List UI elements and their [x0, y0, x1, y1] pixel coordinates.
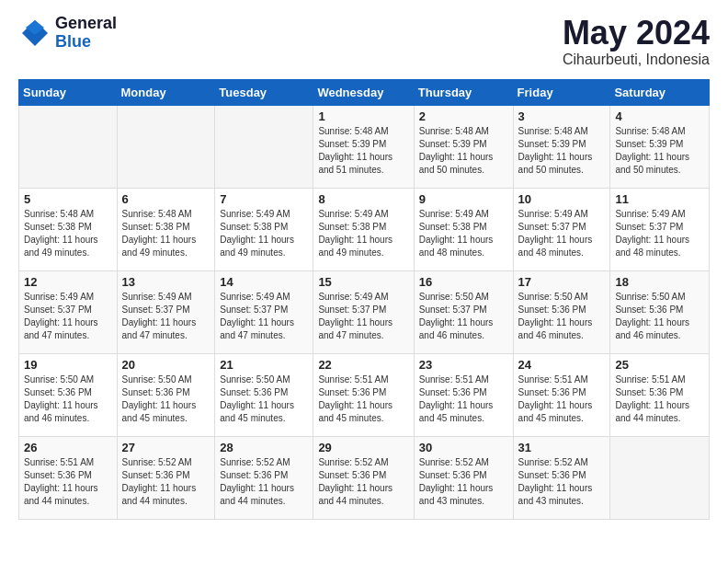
logo-general-text: General — [55, 15, 117, 33]
calendar-cell: 8Sunrise: 5:49 AM Sunset: 5:38 PM Daylig… — [313, 188, 414, 270]
day-info: Sunrise: 5:48 AM Sunset: 5:39 PM Dayligh… — [318, 125, 408, 177]
calendar-cell: 13Sunrise: 5:49 AM Sunset: 5:37 PM Dayli… — [117, 270, 215, 353]
day-number: 11 — [615, 192, 704, 206]
calendar-cell: 1Sunrise: 5:48 AM Sunset: 5:39 PM Daylig… — [313, 105, 414, 188]
logo-blue-text: Blue — [55, 33, 117, 52]
calendar-cell: 4Sunrise: 5:48 AM Sunset: 5:39 PM Daylig… — [610, 105, 710, 188]
day-info: Sunrise: 5:49 AM Sunset: 5:37 PM Dayligh… — [220, 291, 308, 342]
day-info: Sunrise: 5:50 AM Sunset: 5:36 PM Dayligh… — [518, 291, 606, 342]
calendar-cell: 24Sunrise: 5:51 AM Sunset: 5:36 PM Dayli… — [513, 353, 610, 436]
day-info: Sunrise: 5:52 AM Sunset: 5:36 PM Dayligh… — [220, 456, 308, 508]
day-info: Sunrise: 5:49 AM Sunset: 5:37 PM Dayligh… — [24, 291, 112, 342]
calendar-header-row: Sunday Monday Tuesday Wednesday Thursday… — [19, 79, 710, 105]
day-number: 6 — [122, 192, 210, 206]
calendar-week-3: 19Sunrise: 5:50 AM Sunset: 5:36 PM Dayli… — [19, 353, 710, 436]
day-info: Sunrise: 5:51 AM Sunset: 5:36 PM Dayligh… — [419, 373, 508, 425]
calendar-cell: 18Sunrise: 5:50 AM Sunset: 5:36 PM Dayli… — [610, 270, 710, 353]
day-number: 19 — [24, 358, 112, 372]
day-number: 28 — [220, 441, 308, 454]
logo-icon — [18, 17, 51, 50]
page: General Blue May 2024 Cihaurbeuti, Indon… — [0, 0, 728, 534]
col-sunday: Sunday — [19, 79, 118, 105]
day-number: 27 — [122, 441, 210, 454]
calendar-cell: 14Sunrise: 5:49 AM Sunset: 5:37 PM Dayli… — [215, 270, 313, 353]
day-info: Sunrise: 5:49 AM Sunset: 5:37 PM Dayligh… — [615, 208, 704, 259]
day-info: Sunrise: 5:51 AM Sunset: 5:36 PM Dayligh… — [518, 373, 606, 425]
title-block: May 2024 Cihaurbeuti, Indonesia — [563, 15, 710, 68]
day-info: Sunrise: 5:48 AM Sunset: 5:39 PM Dayligh… — [615, 125, 704, 177]
calendar-cell: 22Sunrise: 5:51 AM Sunset: 5:36 PM Dayli… — [313, 353, 414, 436]
day-info: Sunrise: 5:49 AM Sunset: 5:37 PM Dayligh… — [518, 208, 606, 259]
day-info: Sunrise: 5:48 AM Sunset: 5:38 PM Dayligh… — [24, 208, 112, 259]
calendar-cell: 16Sunrise: 5:50 AM Sunset: 5:37 PM Dayli… — [414, 270, 513, 353]
calendar-cell: 25Sunrise: 5:51 AM Sunset: 5:36 PM Dayli… — [610, 353, 710, 436]
day-number: 14 — [220, 275, 308, 289]
calendar-cell: 21Sunrise: 5:50 AM Sunset: 5:36 PM Dayli… — [215, 353, 313, 436]
calendar-cell: 29Sunrise: 5:52 AM Sunset: 5:36 PM Dayli… — [313, 436, 414, 519]
day-number: 20 — [122, 358, 210, 372]
calendar-cell — [117, 105, 215, 188]
calendar-week-2: 12Sunrise: 5:49 AM Sunset: 5:37 PM Dayli… — [19, 270, 710, 353]
day-info: Sunrise: 5:48 AM Sunset: 5:39 PM Dayligh… — [518, 125, 606, 177]
col-friday: Friday — [513, 79, 610, 105]
day-info: Sunrise: 5:52 AM Sunset: 5:36 PM Dayligh… — [518, 456, 606, 508]
day-info: Sunrise: 5:51 AM Sunset: 5:36 PM Dayligh… — [615, 373, 704, 425]
day-number: 2 — [419, 109, 508, 123]
day-number: 22 — [318, 358, 408, 372]
day-number: 25 — [615, 358, 704, 372]
month-year: May 2024 — [563, 15, 710, 52]
calendar-cell: 9Sunrise: 5:49 AM Sunset: 5:38 PM Daylig… — [414, 188, 513, 270]
col-saturday: Saturday — [610, 79, 710, 105]
calendar-cell: 28Sunrise: 5:52 AM Sunset: 5:36 PM Dayli… — [215, 436, 313, 519]
calendar-cell: 10Sunrise: 5:49 AM Sunset: 5:37 PM Dayli… — [513, 188, 610, 270]
location: Cihaurbeuti, Indonesia — [563, 52, 710, 68]
calendar-cell: 5Sunrise: 5:48 AM Sunset: 5:38 PM Daylig… — [19, 188, 118, 270]
day-info: Sunrise: 5:51 AM Sunset: 5:36 PM Dayligh… — [318, 373, 408, 425]
calendar-cell — [19, 105, 118, 188]
calendar-cell: 26Sunrise: 5:51 AM Sunset: 5:36 PM Dayli… — [19, 436, 118, 519]
calendar-cell: 30Sunrise: 5:52 AM Sunset: 5:36 PM Dayli… — [414, 436, 513, 519]
day-number: 21 — [220, 358, 308, 372]
day-number: 1 — [318, 109, 408, 123]
calendar-cell: 15Sunrise: 5:49 AM Sunset: 5:37 PM Dayli… — [313, 270, 414, 353]
day-info: Sunrise: 5:49 AM Sunset: 5:38 PM Dayligh… — [318, 208, 408, 259]
calendar-cell: 19Sunrise: 5:50 AM Sunset: 5:36 PM Dayli… — [19, 353, 118, 436]
calendar-cell: 17Sunrise: 5:50 AM Sunset: 5:36 PM Dayli… — [513, 270, 610, 353]
day-info: Sunrise: 5:49 AM Sunset: 5:37 PM Dayligh… — [122, 291, 210, 342]
calendar-table: Sunday Monday Tuesday Wednesday Thursday… — [18, 79, 710, 520]
day-number: 8 — [318, 192, 408, 206]
calendar-cell — [215, 105, 313, 188]
calendar-week-1: 5Sunrise: 5:48 AM Sunset: 5:38 PM Daylig… — [19, 188, 710, 270]
header: General Blue May 2024 Cihaurbeuti, Indon… — [18, 15, 710, 68]
day-number: 5 — [24, 192, 112, 206]
day-info: Sunrise: 5:51 AM Sunset: 5:36 PM Dayligh… — [24, 456, 112, 508]
day-info: Sunrise: 5:50 AM Sunset: 5:36 PM Dayligh… — [122, 373, 210, 425]
calendar-cell: 6Sunrise: 5:48 AM Sunset: 5:38 PM Daylig… — [117, 188, 215, 270]
day-number: 17 — [518, 275, 606, 289]
calendar-week-0: 1Sunrise: 5:48 AM Sunset: 5:39 PM Daylig… — [19, 105, 710, 188]
calendar-cell: 7Sunrise: 5:49 AM Sunset: 5:38 PM Daylig… — [215, 188, 313, 270]
day-number: 18 — [615, 275, 704, 289]
col-monday: Monday — [117, 79, 215, 105]
day-info: Sunrise: 5:50 AM Sunset: 5:37 PM Dayligh… — [419, 291, 508, 342]
day-number: 13 — [122, 275, 210, 289]
day-info: Sunrise: 5:50 AM Sunset: 5:36 PM Dayligh… — [24, 373, 112, 425]
calendar-cell: 20Sunrise: 5:50 AM Sunset: 5:36 PM Dayli… — [117, 353, 215, 436]
col-tuesday: Tuesday — [215, 79, 313, 105]
calendar-week-4: 26Sunrise: 5:51 AM Sunset: 5:36 PM Dayli… — [19, 436, 710, 519]
day-number: 23 — [419, 358, 508, 372]
day-number: 16 — [419, 275, 508, 289]
day-info: Sunrise: 5:52 AM Sunset: 5:36 PM Dayligh… — [419, 456, 508, 508]
day-number: 3 — [518, 109, 606, 123]
day-info: Sunrise: 5:48 AM Sunset: 5:39 PM Dayligh… — [419, 125, 508, 177]
day-info: Sunrise: 5:48 AM Sunset: 5:38 PM Dayligh… — [122, 208, 210, 259]
day-info: Sunrise: 5:52 AM Sunset: 5:36 PM Dayligh… — [318, 456, 408, 508]
day-info: Sunrise: 5:49 AM Sunset: 5:37 PM Dayligh… — [318, 291, 408, 342]
col-thursday: Thursday — [414, 79, 513, 105]
day-number: 12 — [24, 275, 112, 289]
day-info: Sunrise: 5:49 AM Sunset: 5:38 PM Dayligh… — [419, 208, 508, 259]
day-number: 15 — [318, 275, 408, 289]
day-number: 4 — [615, 109, 704, 123]
day-info: Sunrise: 5:52 AM Sunset: 5:36 PM Dayligh… — [122, 456, 210, 508]
day-number: 29 — [318, 441, 408, 454]
